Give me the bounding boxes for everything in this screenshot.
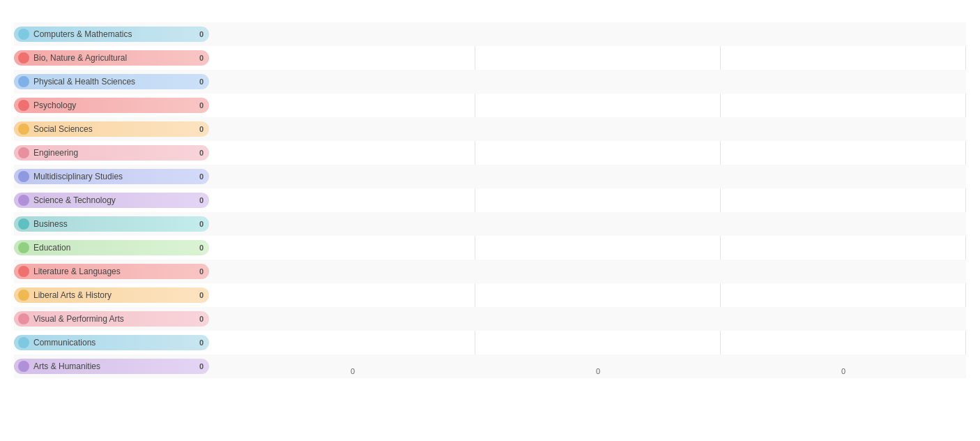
bar-label-bio: Bio, Nature & Agricultural (33, 53, 127, 63)
bar-dot-computers (18, 29, 29, 40)
bar-row-liberal: Liberal Arts & History0 (14, 283, 230, 307)
bar-value-liberal: 0 (199, 291, 204, 299)
bar-row-bio: Bio, Nature & Agricultural0 (14, 46, 230, 70)
bar-value-social: 0 (199, 125, 204, 133)
bar-label-computers: Computers & Mathematics (33, 29, 132, 39)
bar-value-literature: 0 (199, 267, 204, 276)
bar-row-communications: Communications0 (14, 331, 230, 354)
x-axis: 000 (230, 367, 966, 381)
x-label-1: 0 (475, 367, 721, 381)
bar-label-education: Education (33, 243, 70, 253)
bar-track-education: Education0 (14, 240, 209, 255)
bar-label-psychology: Psychology (33, 100, 76, 110)
bar-label-literature: Literature & Languages (33, 267, 121, 276)
bar-label-multi: Multidisciplinary Studies (33, 172, 123, 181)
bar-dot-bio (18, 52, 29, 63)
grid-stripe-2 (230, 70, 966, 94)
bar-value-science: 0 (199, 196, 204, 204)
bar-label-social: Social Sciences (33, 124, 93, 134)
bar-row-visual: Visual & Performing Arts0 (14, 307, 230, 331)
bar-track-social: Social Sciences0 (14, 121, 209, 137)
bar-value-computers: 0 (199, 30, 204, 38)
bar-label-communications: Communications (33, 338, 95, 347)
bar-track-business: Business0 (14, 216, 209, 232)
grid-stripe-6 (230, 165, 966, 188)
x-label-0: 0 (230, 367, 475, 381)
bar-row-science: Science & Technology0 (14, 188, 230, 212)
bar-dot-social (18, 124, 29, 135)
bar-row-education: Education0 (14, 236, 230, 260)
bar-row-arts: Arts & Humanities0 (14, 354, 230, 378)
grid-stripe-12 (230, 307, 966, 331)
bar-value-psychology: 0 (199, 101, 204, 110)
bar-label-physical: Physical & Health Sciences (33, 77, 135, 87)
grid-stripe-4 (230, 117, 966, 141)
chart-area: Computers & Mathematics0Bio, Nature & Ag… (14, 22, 966, 381)
bar-dot-science (18, 195, 29, 206)
bar-value-engineering: 0 (199, 149, 204, 157)
grid-stripe-8 (230, 212, 966, 236)
bar-track-engineering: Engineering0 (14, 145, 209, 160)
bar-track-liberal: Liberal Arts & History0 (14, 287, 209, 303)
x-label-2: 0 (721, 367, 966, 381)
bar-value-multi: 0 (199, 172, 204, 181)
bar-dot-physical (18, 76, 29, 87)
bar-label-engineering: Engineering (33, 148, 78, 158)
bar-value-arts: 0 (199, 362, 204, 371)
bar-row-engineering: Engineering0 (14, 141, 230, 165)
bar-track-physical: Physical & Health Sciences0 (14, 74, 209, 89)
bar-value-bio: 0 (199, 54, 204, 62)
bar-dot-arts (18, 361, 29, 372)
bar-row-multi: Multidisciplinary Studies0 (14, 165, 230, 188)
bar-row-computers: Computers & Mathematics0 (14, 22, 230, 46)
bar-label-liberal: Liberal Arts & History (33, 290, 112, 300)
bar-track-arts: Arts & Humanities0 (14, 359, 209, 374)
bars-section: Computers & Mathematics0Bio, Nature & Ag… (14, 22, 230, 381)
bar-dot-business (18, 218, 29, 230)
grid-section: 000 (230, 22, 966, 381)
bar-track-literature: Literature & Languages0 (14, 264, 209, 279)
bar-dot-education (18, 242, 29, 253)
bar-track-science: Science & Technology0 (14, 193, 209, 208)
bar-label-business: Business (33, 219, 68, 229)
bar-dot-visual (18, 313, 29, 324)
bar-track-multi: Multidisciplinary Studies0 (14, 169, 209, 184)
bar-value-physical: 0 (199, 77, 204, 86)
bar-label-arts: Arts & Humanities (33, 361, 100, 371)
bar-row-physical: Physical & Health Sciences0 (14, 70, 230, 94)
bar-track-communications: Communications0 (14, 335, 209, 350)
grid-lines (230, 22, 966, 367)
bar-value-visual: 0 (199, 315, 204, 323)
bar-value-business: 0 (199, 220, 204, 228)
grid-stripe-10 (230, 260, 966, 283)
bar-dot-literature (18, 266, 29, 277)
bar-label-visual: Visual & Performing Arts (33, 314, 124, 324)
bar-track-visual: Visual & Performing Arts0 (14, 311, 209, 327)
bar-dot-communications (18, 337, 29, 348)
bar-row-psychology: Psychology0 (14, 94, 230, 117)
bar-value-communications: 0 (199, 338, 204, 347)
bar-dot-multi (18, 171, 29, 182)
bar-row-literature: Literature & Languages0 (14, 260, 230, 283)
bar-track-psychology: Psychology0 (14, 98, 209, 113)
grid-stripe-0 (230, 22, 966, 46)
bar-dot-psychology (18, 100, 29, 111)
bar-track-bio: Bio, Nature & Agricultural0 (14, 50, 209, 66)
bar-label-science: Science & Technology (33, 195, 116, 205)
bar-track-computers: Computers & Mathematics0 (14, 27, 209, 42)
bar-value-education: 0 (199, 244, 204, 252)
bar-row-business: Business0 (14, 212, 230, 236)
bar-row-social: Social Sciences0 (14, 117, 230, 141)
bar-dot-engineering (18, 147, 29, 158)
chart-container: Computers & Mathematics0Bio, Nature & Ag… (0, 0, 980, 441)
bar-dot-liberal (18, 290, 29, 301)
